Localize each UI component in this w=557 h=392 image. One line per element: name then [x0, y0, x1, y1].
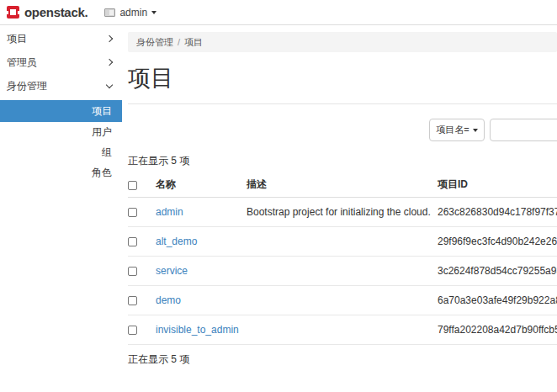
column-header-project-id: 项目ID — [438, 173, 557, 198]
sidebar-group-label: 身份管理 — [7, 79, 47, 93]
row-checkbox[interactable] — [128, 326, 137, 335]
project-name-link[interactable]: invisible_to_admin — [156, 324, 239, 336]
table-row: invisible_to_admin 79ffa202208a42d7b90ff… — [128, 315, 557, 345]
title-divider — [128, 103, 557, 104]
select-all-checkbox[interactable] — [128, 181, 137, 190]
sidebar: 项目 管理员 身份管理 项目 用户 组 角色 — [0, 25, 122, 392]
project-id: 79ffa202208a42d7b90ffcb57be27a4d — [438, 315, 557, 345]
openstack-logo[interactable]: openstack. — [7, 5, 88, 19]
column-header-description: 描述 — [247, 173, 438, 198]
sidebar-group-identity[interactable]: 身份管理 — [0, 74, 122, 98]
project-name-link[interactable]: alt_demo — [156, 236, 197, 247]
sidebar-item-users[interactable]: 用户 — [0, 122, 122, 142]
sidebar-group-project[interactable]: 项目 — [0, 27, 122, 50]
sidebar-identity-submenu: 项目 用户 组 角色 — [0, 100, 122, 183]
openstack-logo-icon — [7, 6, 19, 19]
breadcrumb-separator: / — [178, 37, 180, 47]
row-checkbox[interactable] — [128, 237, 137, 246]
chevron-down-icon — [473, 129, 478, 132]
sidebar-item-groups[interactable]: 组 — [0, 142, 122, 162]
project-description — [247, 286, 438, 315]
breadcrumb-parent: 身份管理 — [136, 37, 173, 47]
project-description — [247, 257, 438, 286]
row-checkbox[interactable] — [128, 208, 137, 217]
top-bar: openstack. admin — [0, 0, 557, 25]
project-description: Bootstrap project for initializing the c… — [247, 198, 438, 227]
table-header-row: 名称 描述 项目ID — [128, 173, 557, 198]
project-id: 263c826830d94c178f97f372abac36b0 — [438, 198, 557, 227]
project-card-icon — [104, 8, 115, 17]
sidebar-group-admin[interactable]: 管理员 — [0, 50, 122, 74]
projects-table: 名称 描述 项目ID admin Bootstrap project for i… — [128, 173, 557, 345]
user-dropdown-label: admin — [119, 7, 147, 19]
chevron-down-icon — [151, 11, 156, 14]
chevron-right-icon — [106, 35, 113, 42]
row-checkbox[interactable] — [128, 296, 137, 305]
table-row: demo 6a70a3e03afe49f29b922a81675bf7ad — [128, 286, 557, 315]
main-content: 身份管理/项目 项目 项目名= 正在显示 5 项 名称 描述 项目ID admi… — [122, 25, 557, 392]
project-description — [247, 227, 438, 257]
table-row: alt_demo 29f96f9ec3fc4d90b242e26a6521344… — [128, 227, 557, 257]
project-name-link[interactable]: service — [156, 265, 188, 277]
project-id: 3c2624f878d54cc79255a98b914f3181 — [438, 257, 557, 286]
table-row: admin Bootstrap project for initializing… — [128, 198, 557, 227]
sidebar-group-label: 管理员 — [7, 56, 37, 70]
page-title: 项目 — [128, 63, 557, 93]
breadcrumb-current: 项目 — [184, 37, 203, 47]
filter-field-dropdown[interactable]: 项目名= — [429, 119, 485, 141]
breadcrumb: 身份管理/项目 — [128, 32, 557, 52]
project-name-link[interactable]: admin — [156, 206, 183, 218]
chevron-down-icon — [106, 81, 113, 87]
project-name-link[interactable]: demo — [156, 294, 181, 306]
column-header-name[interactable]: 名称 — [156, 173, 247, 198]
table-row: service 3c2624f878d54cc79255a98b914f3181 — [128, 257, 557, 286]
filter-input[interactable] — [490, 119, 557, 141]
sidebar-item-projects[interactable]: 项目 — [0, 100, 122, 122]
sidebar-group-label: 项目 — [7, 32, 27, 46]
project-description — [247, 315, 438, 345]
row-checkbox[interactable] — [128, 267, 137, 276]
items-count-top: 正在显示 5 项 — [128, 154, 557, 168]
project-user-dropdown[interactable]: admin — [104, 7, 156, 19]
brand-text: openstack. — [24, 5, 88, 19]
filter-row: 项目名= — [128, 119, 557, 141]
items-count-bottom: 正在显示 5 项 — [128, 352, 557, 367]
sidebar-item-roles[interactable]: 角色 — [0, 162, 122, 183]
chevron-right-icon — [106, 59, 113, 66]
project-id: 6a70a3e03afe49f29b922a81675bf7ad — [438, 286, 557, 315]
project-id: 29f96f9ec3fc4d90b242e26a65213444 — [438, 227, 557, 257]
filter-field-label: 项目名= — [436, 124, 469, 136]
